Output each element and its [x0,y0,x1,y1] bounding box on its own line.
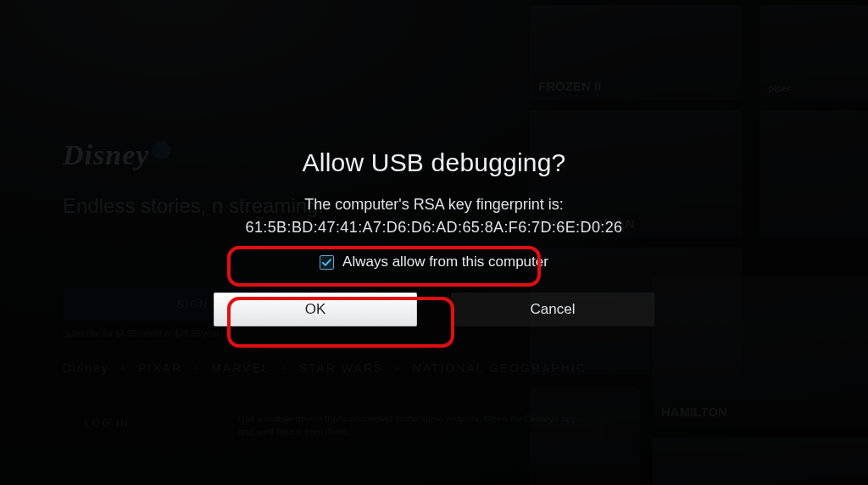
cancel-button[interactable]: Cancel [451,293,654,326]
checkbox-label: Always allow from this computer [342,254,548,270]
dialog-button-row: OK Cancel [197,293,671,326]
ok-label: OK [305,301,326,318]
dialog-subtitle: The computer's RSA key fingerprint is: [197,196,671,214]
cancel-label: Cancel [531,301,576,318]
checkmark-icon [321,257,332,268]
always-allow-checkbox[interactable]: Always allow from this computer [197,254,671,270]
checkbox-icon [320,255,334,270]
usb-debugging-dialog: Allow USB debugging? The computer's RSA … [197,148,671,326]
dialog-fingerprint: 61:5B:BD:47:41:A7:D6:D6:AD:65:8A:F6:7D:6… [197,219,671,237]
ok-button[interactable]: OK [214,293,417,326]
dialog-title: Allow USB debugging? [197,148,671,177]
